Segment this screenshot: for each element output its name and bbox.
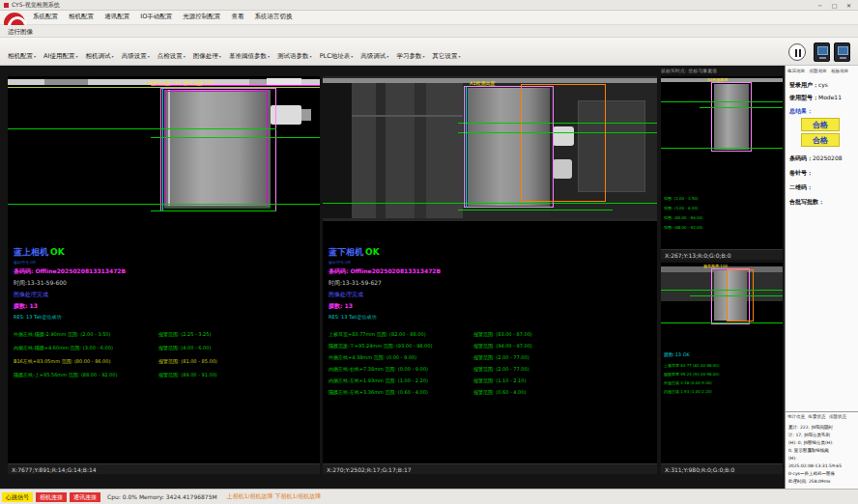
alarm-range: 报警范围: (0.60 - 4.00) — [473, 389, 526, 395]
toolbar-item-ai-config[interactable]: AI使用配置 — [43, 52, 77, 60]
stats-tab-batch-status[interactable]: 批量状态 — [808, 414, 825, 419]
output-signal: 输出信号:OK — [14, 260, 318, 265]
measurement-row: 上极耳宽+83.77mm 范围: (82.00 - 88.00)报警范围: (8… — [329, 331, 655, 337]
total-result-label: 总结果： — [789, 107, 813, 116]
panel-tab-inspect[interactable]: 检验浏览 — [831, 69, 848, 73]
menu-item-comm-config[interactable]: 通讯配置 — [104, 13, 129, 20]
toolbar-item-test-params[interactable]: 测试语参数 — [277, 52, 312, 60]
stats-tab-exclude-status[interactable]: 排除状态 — [829, 414, 846, 419]
result-badge-2: 合格 — [801, 133, 840, 147]
camera-fault-warning: 上相机1/相机故障 下相机1/相机故障 — [227, 492, 322, 501]
panel-tab-overview[interactable]: 概况浏览 — [787, 69, 805, 73]
mouse-coords-readout: X:267;Y:13;R:0;G:0;B:0 — [661, 249, 783, 260]
toolbar-item-image-processing[interactable]: 图像处理 — [193, 52, 221, 60]
title-bar: CYS-视觉检测系统 ─ □ ✕ — [0, 0, 858, 11]
overlay-title: 极耳高度:100 — [703, 264, 728, 268]
stat-line: 2025:02:08-13:31:59:65 — [788, 463, 842, 468]
menu-item-view[interactable]: 查看 — [231, 13, 243, 20]
mouse-coords-readout: X:311;Y:980;R:0;G:0;B:0 — [661, 463, 783, 474]
thumbnail-view-top[interactable]: A1检测高度 范围: (2.00 - 3.50) 范围: (3.00 - 6.0… — [661, 76, 783, 260]
connector-tip — [301, 109, 311, 121]
result-badge-1: 合格 — [801, 118, 840, 131]
camera-result-block: 蓝上相机OK 输出信号:OK 条码码: Offline2025020813313… — [14, 246, 318, 385]
batch-write-label: 合批写批数： — [789, 198, 824, 207]
menu-item-language-switch[interactable]: 系统语言切换 — [255, 13, 293, 20]
toolbar-item-camera-config[interactable]: 相机配置 — [8, 52, 36, 60]
minimize-button[interactable]: ─ — [813, 0, 827, 11]
menu-item-light-control[interactable]: 光源控制配置 — [183, 13, 220, 20]
measurement-value: 隔膜左线-左线+3.36mm 范围: (0.60 - 4.00) — [329, 389, 473, 395]
process-line: 图像处理完成 — [329, 291, 655, 299]
camera-view-bottom[interactable]: A1检测高度 蓝下相机OK 输出信号:OK 条码码: Offline202502… — [323, 76, 657, 474]
toolbar-item-advanced-settings[interactable]: 高级设置 — [122, 52, 150, 60]
stat-line: 累计: 222, 拍照间隔时 — [788, 425, 833, 430]
barcode-value: 20250208 — [813, 154, 843, 161]
toolbar: 相机配置 AI使用配置 相机调试 高级设置 点检设置 图像处理 基准阈值参数 测… — [0, 38, 858, 66]
measurement-value: 隔膜左线-上+85.56mm 范围: (88.00 - 92.00) — [14, 372, 158, 378]
app-icon — [4, 3, 9, 8]
barcode-row: 条码码：20250208 — [789, 154, 843, 163]
camera-1-icon[interactable] — [814, 42, 830, 62]
overlay-line-cyan — [466, 86, 467, 208]
measure-line: 内侧左线 1.93 (1.00-2.20) — [664, 389, 712, 394]
login-user-row: 登录用户：cys — [789, 81, 828, 90]
mouse-coords-readout: X:7677;Y:891;R:14;G:14;B:14 — [8, 463, 320, 474]
toolbar-item-learn-params[interactable]: 学习参数 — [396, 52, 424, 60]
alarm-range: 报警范围: (94.00 - 97.00) — [473, 343, 532, 349]
measurement-value: 外侧左线-隔膜-2.90mm 范围: (2.00 - 3.50) — [14, 331, 158, 337]
film-count-line: 膜数: 13 — [329, 302, 655, 311]
mouse-pixel-header: 鼠标实时点: 坐标与像素值 — [661, 68, 783, 73]
winding-pin-label: 卷针号： — [789, 169, 813, 178]
camera-view-top[interactable]: N极耳高度: 93. 极耳高度:100 蓝上相机OK 输出信号:OK 条码码: … — [8, 76, 320, 474]
measurement-value: 隔膜宽度-下+95.24mm 范围: (93.00 - 98.00) — [329, 343, 473, 349]
model-row: 使用型号：Mode11 — [789, 94, 842, 102]
overlay-line-green — [8, 204, 320, 205]
measure-line: 外侧左线 4.38 (0.00-9.00) — [664, 380, 712, 385]
panel-tab-exclude[interactable]: 排除浏览 — [809, 69, 826, 73]
measurement-row: 外侧左线-隔膜-2.90mm 范围: (2.00 - 3.50)报警范围: (2… — [14, 331, 318, 337]
toolbar-item-other-settings[interactable]: 其它设置 — [433, 52, 461, 60]
overlay-line-green — [661, 322, 783, 323]
result-ok-line: 膜数:13 OK — [664, 351, 690, 357]
thumbnail-view-bottom[interactable]: 极耳高度:100 膜数:13 OK 上极耳宽 83.77 (82.00-88.0… — [661, 263, 783, 474]
measurement-row: 外侧左线+4.38mm 范围: (0.00 - 9.00)报警范围: (2.00… — [329, 354, 655, 360]
overlay-line-green — [661, 290, 783, 291]
machinery-groove — [352, 115, 463, 117]
camera-2-icon[interactable] — [834, 42, 850, 62]
menu-item-camera-config[interactable]: 相机配置 — [69, 13, 94, 20]
close-button[interactable]: ✕ — [842, 0, 856, 11]
menu-item-system-config[interactable]: 系统配置 — [33, 13, 58, 20]
tab-run-image[interactable]: 运行图像 — [8, 28, 33, 37]
film-count-line: 膜数: 13 — [14, 302, 318, 311]
toolbar-item-camera-debug[interactable]: 相机调试 — [86, 52, 114, 60]
info-panel: 概况浏览 排除浏览 检验浏览 登录用户：cys 使用型号：Mode11 总结果：… — [785, 66, 858, 489]
menu-item-io-manual[interactable]: IO手动配置 — [140, 13, 172, 20]
overlay-title: N极耳高度: 93. 极耳高度:100 — [148, 80, 214, 86]
result-line: RES: 13 Tab定位成功 — [14, 314, 318, 320]
login-user-value: cys — [818, 81, 828, 88]
toolbar-item-plc-address[interactable]: PLC地址表 — [320, 52, 354, 60]
toolbar-item-spot-check[interactable]: 点检设置 — [157, 52, 186, 60]
tab-row: 运行图像 — [0, 25, 858, 38]
overlay-title: A1检测高度 — [470, 80, 496, 86]
overlay-line-green — [151, 137, 320, 138]
roi-box-magenta — [165, 91, 268, 207]
alarm-range: 报警范围: (2.00 - 77.00) — [473, 354, 529, 360]
model-label: 使用型号： — [789, 94, 818, 100]
measurement-row: 内侧左线-隔膜+4.60mm 范围: (3.00 - 6.00)报警范围: (4… — [14, 345, 318, 350]
machinery-stripe — [376, 83, 386, 218]
measure-line: 范围: (88.00 - 92.00) — [664, 225, 703, 230]
measure-line: 上极耳宽 83.77 (82.00-88.00) — [664, 363, 719, 368]
cpu-memory-readout: Cpu: 0.0% Memory: 3424.41796875M — [107, 493, 217, 500]
pause-button[interactable] — [788, 43, 806, 61]
stat-line: 0, 显示图属取细线阀 — [788, 448, 829, 453]
measurement-row: 内侧左线-左线+1.93mm 范围: (1.00 - 2.20)报警范围: (1… — [329, 378, 655, 383]
toolbar-item-baseline-threshold[interactable]: 基准阈值参数 — [229, 52, 270, 60]
stats-tab-statistics[interactable]: 统计信息 — [787, 414, 805, 419]
maximize-button[interactable]: □ — [827, 0, 842, 11]
overlay-line-green — [458, 210, 613, 210]
measurement-row: 隔膜宽度-下+95.24mm 范围: (93.00 - 98.00)报警范围: … — [329, 343, 655, 349]
toolbar-item-advanced-debug[interactable]: 高级调试 — [360, 52, 388, 60]
measurement-value: B16左线+83.05mm 范围: (80.00 - 86.00) — [14, 358, 158, 364]
image-dark-band — [323, 83, 352, 218]
